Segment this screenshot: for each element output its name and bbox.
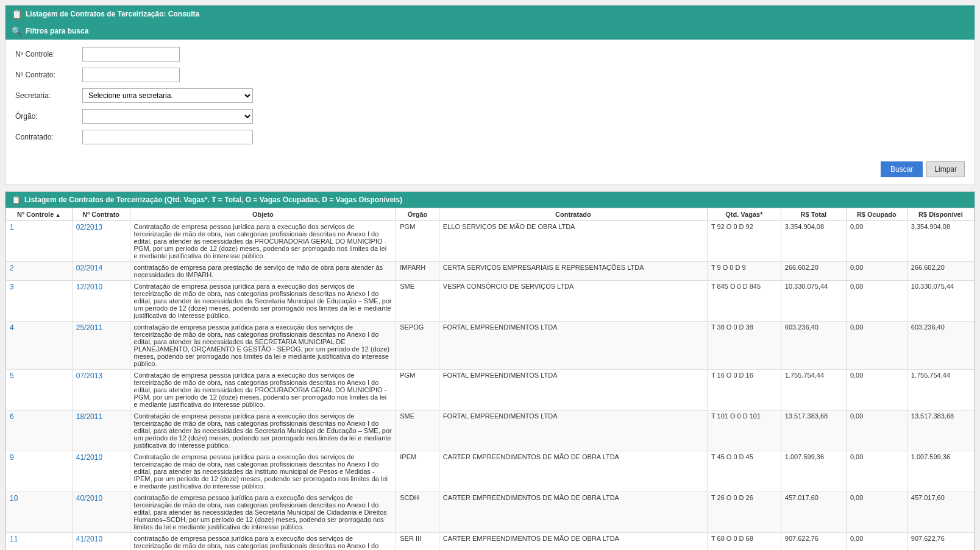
table-row: 3 12/2010 Contratação de empresa pessoa … — [6, 281, 975, 322]
table-row: 11 41/2010 contratação de empresa pessoa… — [6, 533, 975, 551]
cell-controle: 2 — [6, 262, 73, 281]
table-header-row: Nº Controle Nº Contrato Objeto Órgão Con… — [6, 208, 975, 221]
buscar-button[interactable]: Buscar — [881, 161, 923, 177]
cell-disponivel: 266.602,20 — [907, 262, 974, 281]
cell-disponivel: 13.517.383,68 — [907, 411, 974, 451]
col-ocupado: R$ Ocupado — [846, 208, 907, 221]
col-controle[interactable]: Nº Controle — [6, 208, 73, 221]
cell-controle: 5 — [6, 370, 73, 411]
col-contratado: Contratado — [439, 208, 707, 221]
cell-objeto: contratação de empresa pessoa jurídica p… — [130, 533, 396, 551]
main-panel: 📋 Listagem de Contratos de Terceirização… — [5, 5, 975, 185]
cell-controle: 9 — [6, 451, 73, 492]
cell-ocupado: 0,00 — [846, 533, 907, 551]
contrato-row: Nº Contrato: — [15, 68, 965, 82]
contrato-input[interactable] — [82, 68, 180, 82]
cell-total: 13.517.383,68 — [781, 411, 846, 451]
col-orgao: Órgão — [396, 208, 439, 221]
cell-controle: 6 — [6, 411, 73, 451]
cell-ocupado: 0,00 — [846, 322, 907, 370]
cell-contratado: CARTER EMPREENDIMENTOS DE MÃO DE OBRA LT… — [439, 492, 707, 533]
col-total: R$ Total — [781, 208, 846, 221]
cell-objeto: Contratação de empresa pessoa jurídica p… — [130, 451, 396, 492]
controle-input[interactable] — [82, 47, 180, 62]
secretaria-row: Secretaria: Selecione uma secretaria. — [15, 88, 965, 103]
cell-ocupado: 0,00 — [846, 221, 907, 262]
col-disponivel: R$ Disponível — [907, 208, 974, 221]
cell-ocupado: 0,00 — [846, 411, 907, 451]
cell-objeto: contratação de empresa pessoa jurídica p… — [130, 492, 396, 533]
cell-contrato: 18/2011 — [72, 411, 130, 451]
cell-disponivel: 457.017,60 — [907, 492, 974, 533]
contratado-row: Contratado: — [15, 130, 965, 144]
cell-disponivel: 10.330.075,44 — [907, 281, 974, 322]
filter-section: Nº Controle: Nº Contrato: Secretaria: Se… — [5, 40, 975, 158]
cell-ocupado: 0,00 — [846, 262, 907, 281]
cell-objeto: Contratação de empresa pessoa jurídica p… — [130, 221, 396, 262]
cell-total: 457.017,60 — [781, 492, 846, 533]
cell-contratado: VESPA CONSÓRCIO DE SERVIÇOS LTDA — [439, 281, 707, 322]
col-qtd: Qtd. Vagas* — [707, 208, 781, 221]
cell-contrato: 25/2011 — [72, 322, 130, 370]
table-row: 6 18/2011 Contratação de empresa pessoa … — [6, 411, 975, 451]
cell-total: 3.354.904,08 — [781, 221, 846, 262]
cell-orgao: SME — [396, 281, 439, 322]
cell-controle: 10 — [6, 492, 73, 533]
cell-qtd: T 68 O 0 D 68 — [707, 533, 781, 551]
table-row: 5 07/2013 Contratação de empresa pessoa … — [6, 370, 975, 411]
table-row: 2 02/2014 contratação de empresa para pr… — [6, 262, 975, 281]
cell-total: 1.755.754,44 — [781, 370, 846, 411]
limpar-button[interactable]: Limpar — [926, 161, 965, 177]
cell-contrato: 07/2013 — [72, 370, 130, 411]
cell-controle: 3 — [6, 281, 73, 322]
cell-contratado: FORTAL EMPREENDIMENTOS LTDA — [439, 322, 707, 370]
cell-contrato: 41/2010 — [72, 533, 130, 551]
contracts-table: Nº Controle Nº Contrato Objeto Órgão Con… — [5, 208, 975, 550]
cell-qtd: T 26 O 0 D 26 — [707, 492, 781, 533]
cell-objeto: contratação de empresa para prestação de… — [130, 262, 396, 281]
cell-disponivel: 603.236,40 — [907, 322, 974, 370]
cell-objeto: Contratação de empresa pessoa jurídica p… — [130, 370, 396, 411]
cell-total: 603.236,40 — [781, 322, 846, 370]
cell-contratado: FORTAL EMPREENDIMENTOS LTDA — [439, 411, 707, 451]
cell-contrato: 02/2013 — [72, 221, 130, 262]
cell-disponivel: 907.622,76 — [907, 533, 974, 551]
filter-title: Filtros para busca — [26, 27, 88, 35]
cell-disponivel: 1.007.599,36 — [907, 451, 974, 492]
cell-controle: 11 — [6, 533, 73, 551]
controle-row: Nº Controle: — [15, 47, 965, 62]
cell-disponivel: 1.755.754,44 — [907, 370, 974, 411]
cell-ocupado: 0,00 — [846, 492, 907, 533]
cell-qtd: T 45 O 0 D 45 — [707, 451, 781, 492]
cell-total: 907.622,76 — [781, 533, 846, 551]
secretaria-select[interactable]: Selecione uma secretaria. — [82, 88, 253, 103]
contratado-label: Contratado: — [15, 133, 82, 141]
table-row: 9 41/2010 Contratação de empresa pessoa … — [6, 451, 975, 492]
button-row: Buscar Limpar — [5, 158, 975, 185]
table-title-text: Listagem de Contratos de Terceirização (… — [24, 196, 402, 204]
cell-ocupado: 0,00 — [846, 370, 907, 411]
cell-orgao: SER III — [396, 533, 439, 551]
cell-orgao: IPEM — [396, 451, 439, 492]
orgao-select[interactable] — [82, 109, 253, 124]
filter-header: 🔍 Filtros para busca — [5, 23, 975, 40]
cell-ocupado: 0,00 — [846, 281, 907, 322]
cell-qtd: T 92 O 0 D 92 — [707, 221, 781, 262]
cell-objeto: Contratação de empresa pessoa jurídica p… — [130, 281, 396, 322]
col-contrato: Nº Contrato — [72, 208, 130, 221]
cell-total: 266.602,20 — [781, 262, 846, 281]
cell-orgao: SCDH — [396, 492, 439, 533]
cell-qtd: T 101 O 0 D 101 — [707, 411, 781, 451]
cell-orgao: SEPOG — [396, 322, 439, 370]
cell-orgao: PGM — [396, 370, 439, 411]
cell-ocupado: 0,00 — [846, 451, 907, 492]
contratado-input[interactable] — [82, 130, 253, 144]
cell-disponivel: 3.354.904,08 — [907, 221, 974, 262]
cell-controle: 4 — [6, 322, 73, 370]
orgao-label: Órgão: — [15, 112, 82, 121]
page-header: 📋 Listagem de Contratos de Terceirização… — [5, 5, 975, 23]
cell-qtd: T 9 O 0 D 9 — [707, 262, 781, 281]
table-row: 10 40/2010 contratação de empresa pessoa… — [6, 492, 975, 533]
cell-objeto: Contratação de empresa pessoa jurídica p… — [130, 411, 396, 451]
cell-contratado: ELLO SERVIÇOS DE MÃO DE OBRA LTDA — [439, 221, 707, 262]
